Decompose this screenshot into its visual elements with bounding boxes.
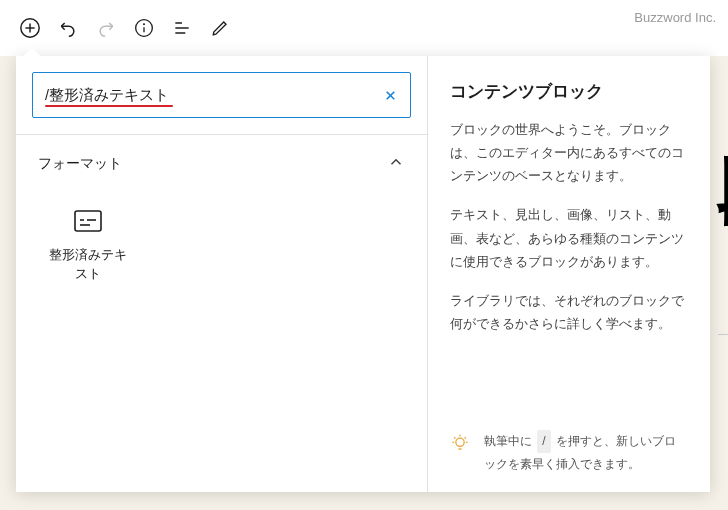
- info-button[interactable]: [126, 10, 162, 46]
- svg-line-20: [454, 438, 455, 439]
- page-title-background: 段: [718, 138, 728, 243]
- lightbulb-icon: [450, 434, 470, 462]
- section-header-format[interactable]: フォーマット: [16, 135, 427, 188]
- outline-icon: [172, 18, 192, 38]
- preformatted-icon: [74, 210, 102, 232]
- tip-row: 執筆中に / を押すと、新しいブロックを素早く挿入できます。: [450, 430, 688, 476]
- undo-icon: [58, 18, 78, 38]
- panel-paragraph: ブロックの世界へようこそ。ブロックは、このエディター内にあるすべてのコンテンツの…: [450, 119, 688, 188]
- block-grid: 整形済みテキスト: [16, 188, 427, 306]
- outline-button[interactable]: [164, 10, 200, 46]
- svg-rect-11: [75, 211, 101, 231]
- search-container: [16, 56, 427, 135]
- svg-line-21: [465, 438, 466, 439]
- info-icon: [134, 18, 154, 38]
- section-title: フォーマット: [38, 155, 122, 173]
- close-icon: [384, 89, 397, 102]
- block-item-preformatted[interactable]: 整形済みテキスト: [28, 196, 148, 298]
- redo-button[interactable]: [88, 10, 124, 46]
- brand-label: Buzzword Inc.: [634, 10, 716, 25]
- svg-point-5: [144, 24, 145, 25]
- spellcheck-underline: [45, 105, 173, 107]
- block-search-panel: フォーマット 整形済みテキスト: [16, 56, 428, 492]
- clear-search-button[interactable]: [378, 83, 402, 107]
- block-description-panel: コンテンツブロック ブロックの世界へようこそ。ブロックは、このエディター内にある…: [428, 56, 710, 492]
- block-label: 整形済みテキスト: [43, 246, 133, 284]
- divider: [718, 334, 728, 335]
- redo-icon: [96, 18, 116, 38]
- undo-button[interactable]: [50, 10, 86, 46]
- edit-button[interactable]: [202, 10, 238, 46]
- tip-text: 執筆中に / を押すと、新しいブロックを素早く挿入できます。: [484, 430, 688, 476]
- chevron-up-icon: [387, 153, 405, 174]
- panel-title: コンテンツブロック: [450, 80, 688, 103]
- svg-point-15: [456, 439, 464, 447]
- add-block-button[interactable]: [12, 10, 48, 46]
- editor-toolbar: [0, 0, 728, 56]
- search-input[interactable]: [45, 87, 370, 103]
- search-box: [32, 72, 411, 118]
- plus-circle-icon: [19, 17, 41, 39]
- pencil-icon: [211, 19, 229, 37]
- kbd-slash: /: [537, 430, 550, 453]
- panel-paragraph: ライブラリでは、それぞれのブロックで何ができるかさらに詳しく学べます。: [450, 290, 688, 336]
- block-inserter-panel: フォーマット 整形済みテキスト コンテンツブロック ブロックの世界へようこそ。ブ…: [16, 56, 710, 492]
- panel-paragraph: テキスト、見出し、画像、リスト、動画、表など、あらゆる種類のコンテンツに使用でき…: [450, 204, 688, 273]
